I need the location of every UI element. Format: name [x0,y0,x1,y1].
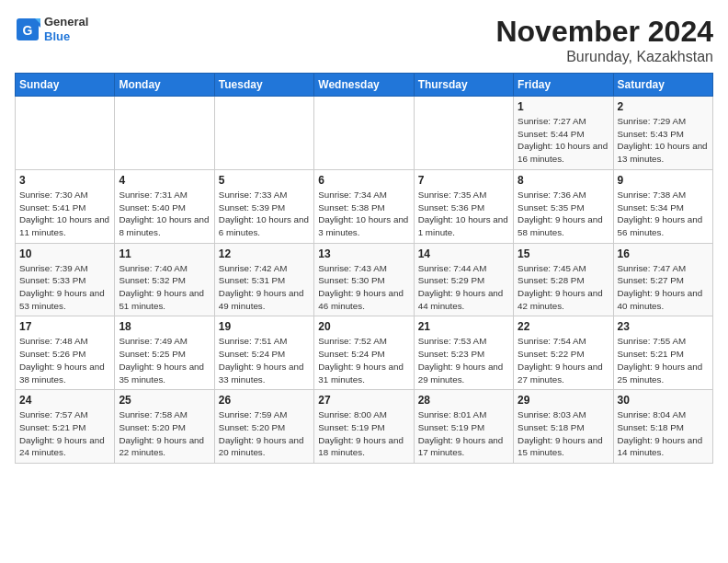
logo-general: General [44,15,88,29]
col-sunday: Sunday [16,74,115,97]
title-block: November 2024 Burunday, Kazakhstan [495,15,713,65]
day-number: 25 [119,394,210,407]
calendar-cell: 5Sunrise: 7:33 AM Sunset: 5:39 PM Daylig… [214,169,313,243]
calendar-cell: 2Sunrise: 7:29 AM Sunset: 5:43 PM Daylig… [613,97,712,170]
calendar-week-4: 17Sunrise: 7:48 AM Sunset: 5:26 PM Dayli… [16,316,713,390]
day-info: Sunrise: 7:38 AM Sunset: 5:34 PM Dayligh… [618,189,709,239]
day-number: 30 [618,394,709,407]
day-info: Sunrise: 7:27 AM Sunset: 5:44 PM Dayligh… [518,115,609,166]
col-friday: Friday [514,74,613,97]
day-info: Sunrise: 7:35 AM Sunset: 5:36 PM Dayligh… [418,189,509,239]
day-info: Sunrise: 7:47 AM Sunset: 5:27 PM Dayligh… [618,262,709,313]
calendar-cell: 16Sunrise: 7:47 AM Sunset: 5:27 PM Dayli… [613,243,712,316]
day-number: 4 [119,174,210,187]
day-number: 8 [518,174,609,187]
calendar-cell: 24Sunrise: 7:57 AM Sunset: 5:21 PM Dayli… [16,390,115,464]
day-number: 21 [418,320,509,333]
day-number: 17 [19,320,110,333]
calendar-cell: 23Sunrise: 7:55 AM Sunset: 5:21 PM Dayli… [613,316,712,390]
day-info: Sunrise: 7:58 AM Sunset: 5:20 PM Dayligh… [119,408,210,459]
calendar-cell: 26Sunrise: 7:59 AM Sunset: 5:20 PM Dayli… [214,390,313,464]
calendar-cell: 14Sunrise: 7:44 AM Sunset: 5:29 PM Dayli… [414,243,513,316]
day-number: 26 [219,394,310,407]
day-number: 11 [119,247,210,260]
day-info: Sunrise: 7:33 AM Sunset: 5:39 PM Dayligh… [219,189,310,239]
logo: G General Blue [15,15,88,43]
calendar-cell: 30Sunrise: 8:04 AM Sunset: 5:18 PM Dayli… [613,390,712,464]
day-info: Sunrise: 8:04 AM Sunset: 5:18 PM Dayligh… [618,408,709,459]
calendar-cell: 12Sunrise: 7:42 AM Sunset: 5:31 PM Dayli… [214,243,313,316]
day-info: Sunrise: 7:44 AM Sunset: 5:29 PM Dayligh… [418,262,509,313]
calendar-cell [214,97,313,170]
calendar-week-1: 1Sunrise: 7:27 AM Sunset: 5:44 PM Daylig… [16,97,713,170]
calendar-week-2: 3Sunrise: 7:30 AM Sunset: 5:41 PM Daylig… [16,169,713,243]
calendar-cell: 13Sunrise: 7:43 AM Sunset: 5:30 PM Dayli… [314,243,414,316]
calendar-body: 1Sunrise: 7:27 AM Sunset: 5:44 PM Daylig… [16,97,713,464]
calendar-cell: 8Sunrise: 7:36 AM Sunset: 5:35 PM Daylig… [514,169,613,243]
day-number: 27 [318,394,409,407]
day-info: Sunrise: 7:55 AM Sunset: 5:21 PM Dayligh… [618,335,709,385]
day-number: 9 [618,174,709,187]
day-info: Sunrise: 7:30 AM Sunset: 5:41 PM Dayligh… [19,189,110,239]
calendar-cell: 6Sunrise: 7:34 AM Sunset: 5:38 PM Daylig… [314,169,414,243]
logo-text: General Blue [44,15,88,43]
calendar-cell: 29Sunrise: 8:03 AM Sunset: 5:18 PM Dayli… [514,390,613,464]
calendar-cell: 15Sunrise: 7:45 AM Sunset: 5:28 PM Dayli… [514,243,613,316]
day-info: Sunrise: 7:40 AM Sunset: 5:32 PM Dayligh… [119,262,210,313]
col-saturday: Saturday [613,74,712,97]
day-info: Sunrise: 7:57 AM Sunset: 5:21 PM Dayligh… [19,408,110,459]
day-info: Sunrise: 7:34 AM Sunset: 5:38 PM Dayligh… [318,189,409,239]
page-header: G General Blue November 2024 Burunday, K… [15,15,713,65]
calendar-cell: 9Sunrise: 7:38 AM Sunset: 5:34 PM Daylig… [613,169,712,243]
day-info: Sunrise: 8:03 AM Sunset: 5:18 PM Dayligh… [518,408,609,459]
calendar-cell [314,97,414,170]
calendar-cell [414,97,513,170]
header-row: Sunday Monday Tuesday Wednesday Thursday… [16,74,713,97]
day-number: 2 [618,100,709,113]
day-number: 10 [19,247,110,260]
day-number: 18 [119,320,210,333]
day-info: Sunrise: 7:48 AM Sunset: 5:26 PM Dayligh… [19,335,110,385]
day-info: Sunrise: 8:00 AM Sunset: 5:19 PM Dayligh… [318,408,409,459]
day-info: Sunrise: 7:31 AM Sunset: 5:40 PM Dayligh… [119,189,210,239]
calendar-cell: 1Sunrise: 7:27 AM Sunset: 5:44 PM Daylig… [514,97,613,170]
day-info: Sunrise: 7:52 AM Sunset: 5:24 PM Dayligh… [318,335,409,385]
logo-blue: Blue [44,29,88,44]
day-info: Sunrise: 7:45 AM Sunset: 5:28 PM Dayligh… [518,262,609,313]
day-number: 19 [219,320,310,333]
day-number: 24 [19,394,110,407]
calendar-cell: 25Sunrise: 7:58 AM Sunset: 5:20 PM Dayli… [115,390,214,464]
day-info: Sunrise: 7:43 AM Sunset: 5:30 PM Dayligh… [318,262,409,313]
day-number: 7 [418,174,509,187]
calendar-cell: 11Sunrise: 7:40 AM Sunset: 5:32 PM Dayli… [115,243,214,316]
calendar-cell: 4Sunrise: 7:31 AM Sunset: 5:40 PM Daylig… [115,169,214,243]
svg-text:G: G [23,23,33,38]
day-number: 13 [318,247,409,260]
calendar-header: Sunday Monday Tuesday Wednesday Thursday… [16,74,713,97]
day-number: 3 [19,174,110,187]
day-number: 29 [518,394,609,407]
day-number: 23 [618,320,709,333]
day-info: Sunrise: 7:59 AM Sunset: 5:20 PM Dayligh… [219,408,310,459]
day-info: Sunrise: 7:42 AM Sunset: 5:31 PM Dayligh… [219,262,310,313]
day-number: 12 [219,247,310,260]
day-info: Sunrise: 7:36 AM Sunset: 5:35 PM Dayligh… [518,189,609,239]
calendar-table: Sunday Monday Tuesday Wednesday Thursday… [15,73,713,464]
day-info: Sunrise: 7:54 AM Sunset: 5:22 PM Dayligh… [518,335,609,385]
day-info: Sunrise: 7:39 AM Sunset: 5:33 PM Dayligh… [19,262,110,313]
calendar-week-5: 24Sunrise: 7:57 AM Sunset: 5:21 PM Dayli… [16,390,713,464]
day-info: Sunrise: 7:51 AM Sunset: 5:24 PM Dayligh… [219,335,310,385]
day-info: Sunrise: 7:29 AM Sunset: 5:43 PM Dayligh… [618,115,709,166]
day-number: 16 [618,247,709,260]
calendar-cell [16,97,115,170]
calendar-cell: 21Sunrise: 7:53 AM Sunset: 5:23 PM Dayli… [414,316,513,390]
calendar-cell: 20Sunrise: 7:52 AM Sunset: 5:24 PM Dayli… [314,316,414,390]
col-tuesday: Tuesday [214,74,313,97]
day-number: 6 [318,174,409,187]
calendar-cell: 28Sunrise: 8:01 AM Sunset: 5:19 PM Dayli… [414,390,513,464]
day-number: 5 [219,174,310,187]
day-info: Sunrise: 8:01 AM Sunset: 5:19 PM Dayligh… [418,408,509,459]
calendar-cell: 10Sunrise: 7:39 AM Sunset: 5:33 PM Dayli… [16,243,115,316]
logo-icon: G [15,17,40,42]
calendar-cell: 18Sunrise: 7:49 AM Sunset: 5:25 PM Dayli… [115,316,214,390]
